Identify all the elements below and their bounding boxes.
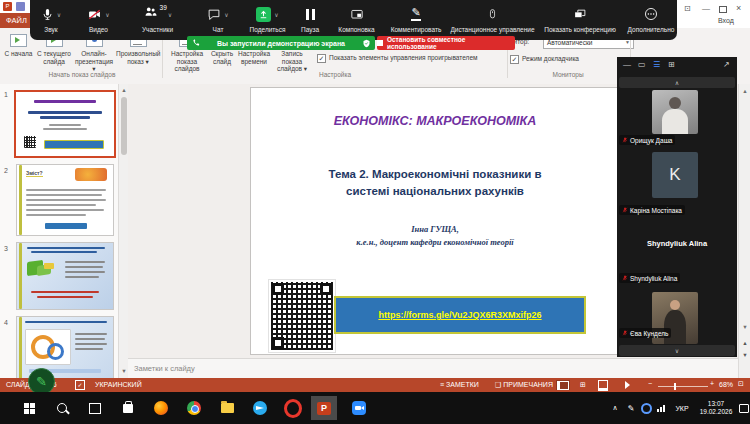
minimize-panel-icon[interactable]: — [623, 61, 631, 69]
tab-file[interactable]: ФАЙЛ [0, 13, 33, 28]
participant-video-1[interactable] [652, 90, 698, 134]
slide-thumbnail-4[interactable] [16, 316, 114, 378]
participant-video-2[interactable]: K [652, 152, 698, 198]
scroll-more-strip[interactable]: ∨ [619, 345, 735, 356]
participant-name-label: Каріна Мостіпака [619, 205, 685, 215]
chevron-up-icon[interactable]: ∨ [105, 11, 109, 18]
slide-thumbnail-3[interactable] [16, 242, 114, 310]
opera-icon[interactable] [280, 396, 306, 420]
start-button[interactable] [16, 396, 42, 420]
annotation-indicator-button[interactable]: ✎ [28, 368, 55, 395]
expand-panel-icon[interactable]: ↗ [723, 61, 730, 69]
tray-pen-icon[interactable]: ✎ [624, 392, 638, 424]
spellcheck-icon[interactable]: ✓ [75, 380, 85, 390]
close-icon[interactable]: × [736, 3, 741, 13]
tray-expand-icon[interactable]: ∧ [608, 392, 622, 424]
language-button[interactable]: УКРАИНСКИЙ [95, 381, 142, 388]
view-reading-button[interactable] [596, 380, 610, 390]
zoom-slider-track[interactable] [658, 386, 708, 387]
notes-toggle-button[interactable]: ≡ ЗАМЕТКИ [440, 381, 479, 388]
player-controls-checkbox[interactable]: ✓Показать элементы управления проигрыват… [317, 54, 477, 63]
audio-button[interactable]: ∨ Звук [30, 0, 72, 40]
slide-area-scrollbar[interactable]: ▲ ▼ ▲ ▼ [738, 84, 750, 378]
zoom-slider-thumb[interactable] [674, 383, 676, 390]
chevron-up-icon[interactable]: ∨ [274, 11, 278, 18]
ribbon-options-icon[interactable]: ⊡ [684, 4, 691, 13]
stop-sharing-button[interactable]: Остановить совместное использование [377, 36, 515, 50]
show-meeting-button[interactable]: Показать конференцию [535, 0, 625, 40]
store-icon[interactable] [115, 396, 141, 420]
fit-to-window-icon[interactable]: ⊡ [738, 380, 744, 388]
layout-icon [350, 8, 364, 21]
chevron-up-icon[interactable]: ∨ [224, 11, 228, 18]
mouse-icon [487, 7, 498, 21]
chevron-up-icon[interactable]: ∨ [168, 11, 172, 18]
chat-button[interactable]: ∨ Чат [190, 0, 246, 40]
current-slide[interactable]: ЕКОНОМІКС: МАКРОЕКОНОМІКА Тема 2. Макрое… [250, 87, 618, 355]
scroll-down-icon[interactable]: ▼ [739, 324, 750, 330]
firefox-icon[interactable] [148, 396, 174, 420]
powerpoint-taskbar-icon[interactable]: P [311, 396, 337, 420]
sidebar-scrollbar-thumb[interactable] [121, 97, 127, 155]
signin-link[interactable]: Вход [718, 17, 734, 24]
share-screen-icon [256, 7, 271, 22]
video-button[interactable]: ∨ Видео [72, 0, 125, 40]
share-screen-button[interactable]: ∨ Поделиться [246, 0, 289, 40]
collapse-strip[interactable]: ∧ [619, 77, 735, 88]
annotate-button[interactable]: ✎ Комментировать [382, 0, 450, 40]
zoom-in-button[interactable]: + [710, 380, 714, 387]
tray-network-icon[interactable] [654, 392, 668, 424]
scroll-down-icon[interactable]: ▼ [119, 368, 128, 374]
gallery-view-icon[interactable]: ☰ [653, 61, 660, 69]
remote-control-button[interactable]: Дистанционное управление [450, 0, 535, 40]
tray-clock[interactable]: 13:07 19.02.2026 [695, 392, 737, 424]
scroll-up-icon[interactable]: ▲ [119, 87, 128, 93]
speaker-view-icon[interactable]: ▭ [638, 61, 646, 69]
task-view-icon[interactable] [82, 396, 108, 420]
registration-link-box[interactable]: https://forms.gle/Vu2JQX6R3XMxifp26 [334, 296, 586, 334]
previous-slide-icon[interactable]: ▲ [739, 340, 750, 346]
minimize-icon[interactable]: — [702, 4, 710, 13]
tray-language[interactable]: УКР [671, 392, 693, 424]
slide-subtitle-line2: системі національних рахунків [251, 185, 619, 197]
taskbar: P ∧ ✎ УКР 13:07 19.02.2026 [0, 392, 750, 424]
view-normal-button[interactable] [556, 380, 570, 390]
participants-icon [143, 5, 158, 19]
telegram-icon[interactable] [247, 396, 273, 420]
grid-view-icon[interactable]: ⊞ [668, 61, 675, 69]
next-slide-icon[interactable]: ▼ [739, 352, 750, 358]
zoom-app-icon[interactable] [346, 396, 372, 420]
participant-video-3[interactable]: Shyndyliuk Alina [617, 217, 737, 272]
slide-author-line2: к.е.н., доцент кафедри економічної теорі… [251, 237, 619, 247]
group-label-setup: Настройка [295, 71, 375, 78]
comments-toggle-button[interactable]: ❑ ПРИМЕЧАНИЯ [495, 381, 553, 389]
view-slide-sorter-button[interactable]: ⊞ [576, 380, 590, 390]
chrome-icon[interactable] [181, 396, 207, 420]
restore-icon[interactable] [719, 6, 727, 13]
more-button[interactable]: Дополнительно [625, 0, 677, 40]
participant-initial: K [669, 165, 680, 185]
tray-date: 19.02.2026 [700, 408, 733, 416]
status-bar: СЛАЙД 1 ИЗ 66 ✓ УКРАИНСКИЙ ≡ ЗАМЕТКИ ❑ П… [0, 378, 750, 392]
notes-pane[interactable]: Заметки к слайду [128, 358, 750, 379]
scroll-up-icon[interactable]: ▲ [739, 88, 750, 94]
slide-thumbnail-2[interactable]: Зміст? [16, 164, 114, 236]
action-center-icon[interactable] [738, 392, 750, 424]
save-icon[interactable] [16, 2, 25, 11]
registration-link[interactable]: https://forms.gle/Vu2JQX6R3XMxifp26 [378, 310, 541, 320]
chevron-up-icon[interactable]: ∨ [57, 11, 61, 18]
view-slideshow-button[interactable] [620, 380, 634, 390]
muted-mic-icon [622, 206, 628, 214]
participants-button[interactable]: 39∨ Участники [125, 0, 190, 40]
zoom-level[interactable]: 68% [719, 381, 733, 388]
layout-button[interactable]: Компоновка [331, 0, 382, 40]
pause-share-button[interactable]: Пауза [289, 0, 331, 40]
file-explorer-icon[interactable] [214, 396, 240, 420]
slide-thumbnail-1[interactable] [14, 90, 116, 158]
sidebar-scrollbar[interactable]: ▲ ▼ [118, 84, 128, 378]
zoom-out-button[interactable]: − [648, 380, 652, 387]
search-icon[interactable] [49, 396, 75, 420]
tray-blue-circle-icon[interactable] [639, 392, 653, 424]
muted-mic-icon [622, 329, 628, 337]
presenter-view-checkbox[interactable]: ✓Режим докладчика [510, 55, 579, 64]
